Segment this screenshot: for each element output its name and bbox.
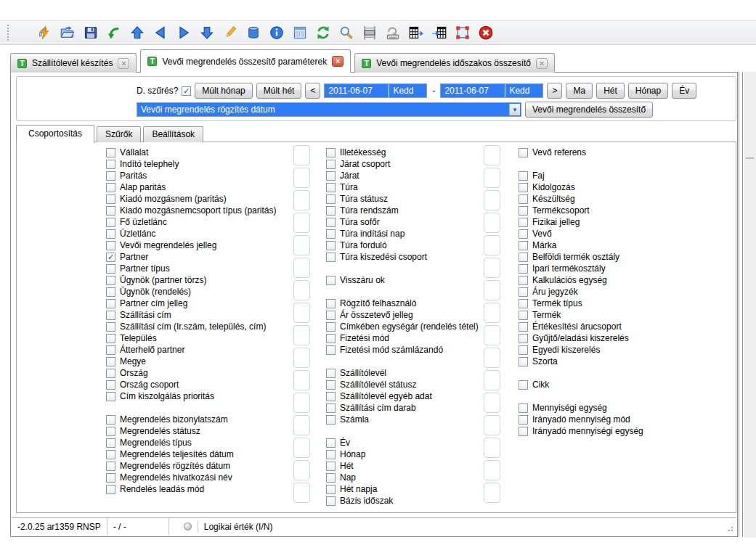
grouping-checkbox-row[interactable]: Egyedi kiszerelés: [519, 344, 643, 356]
splitter-handle[interactable]: [746, 157, 754, 159]
move-last-icon[interactable]: [198, 24, 216, 41]
date-to-weekday[interactable]: Kedd: [505, 84, 542, 97]
grouping-checkbox-row[interactable]: Megrendelés státusz: [106, 425, 276, 437]
checkbox[interactable]: [326, 206, 336, 216]
checkbox[interactable]: [326, 438, 336, 448]
grouping-checkbox-row[interactable]: Partner cím jelleg: [106, 298, 276, 309]
tab-close-icon[interactable]: [536, 58, 548, 69]
checkbox[interactable]: [519, 403, 528, 413]
vertical-splitter[interactable]: [739, 72, 743, 537]
group-order-box[interactable]: [484, 213, 500, 233]
checkbox[interactable]: [106, 380, 115, 390]
group-order-box[interactable]: [484, 325, 500, 345]
date-type-dropdown[interactable]: Vevői megrendelés rögzítés dátum: [137, 102, 521, 117]
month-button[interactable]: Hónap: [628, 83, 668, 99]
checkbox[interactable]: [326, 485, 336, 494]
checkbox[interactable]: [326, 253, 336, 262]
checkbox[interactable]: [106, 334, 115, 343]
checkbox[interactable]: [326, 345, 336, 355]
grouping-checkbox-row[interactable]: Alap paritás: [106, 181, 276, 193]
group-order-box[interactable]: [484, 438, 500, 458]
grouping-checkbox-row[interactable]: ✓Partner: [106, 251, 276, 263]
group-order-box[interactable]: [293, 213, 310, 233]
checkbox[interactable]: [106, 392, 115, 401]
window-icon[interactable]: [291, 24, 309, 41]
checkbox[interactable]: [106, 462, 115, 471]
checkbox[interactable]: [519, 287, 528, 297]
checkbox[interactable]: [326, 299, 336, 308]
grouping-checkbox-row[interactable]: Vállalat: [106, 147, 276, 158]
run-summary-button[interactable]: Vevői megrendelés összesítő: [525, 102, 653, 118]
group-order-box[interactable]: [293, 415, 310, 435]
grouping-checkbox-row[interactable]: Illetékesség: [326, 147, 479, 158]
checkbox[interactable]: [519, 322, 528, 332]
checkbox[interactable]: [519, 380, 528, 390]
grouping-checkbox-row[interactable]: Járat csoport: [326, 158, 479, 170]
checkbox[interactable]: [106, 369, 115, 378]
group-order-box[interactable]: [484, 280, 500, 300]
checkbox[interactable]: [106, 438, 115, 448]
grouping-checkbox-row[interactable]: Márka: [519, 239, 643, 251]
checkbox[interactable]: [519, 276, 528, 285]
checkbox[interactable]: [326, 496, 336, 506]
checkbox[interactable]: [106, 311, 115, 320]
grouping-checkbox-row[interactable]: Ügynök (partner törzs): [106, 274, 276, 286]
grouping-checkbox-row[interactable]: Megrendelés hivatkozási név: [106, 472, 276, 483]
fit-window-icon[interactable]: [454, 24, 471, 41]
grouping-checkbox-row[interactable]: Termék: [519, 309, 643, 321]
info-icon[interactable]: [268, 24, 285, 41]
database-icon[interactable]: [245, 24, 262, 41]
grouping-checkbox-row[interactable]: Kidolgozás: [519, 181, 643, 193]
grouping-checkbox-row[interactable]: Szállítólevél: [326, 367, 479, 379]
tab-beallitasok[interactable]: Beállítások: [143, 126, 203, 142]
date-to-value[interactable]: 2011-06-07: [441, 84, 505, 97]
checkbox[interactable]: [326, 171, 336, 181]
move-previous-icon[interactable]: [152, 24, 169, 41]
resize-grip[interactable]: [726, 525, 733, 532]
grouping-checkbox-row[interactable]: Ipari termékosztály: [519, 263, 643, 274]
grouping-checkbox-row[interactable]: Gyűjtő/eladási kiszerelés: [519, 332, 643, 344]
checkbox[interactable]: [326, 334, 336, 343]
grouping-checkbox-row[interactable]: Termékcsoport: [519, 205, 643, 216]
checkbox[interactable]: [106, 450, 115, 459]
checkbox[interactable]: [519, 171, 528, 181]
checkbox[interactable]: [106, 357, 115, 366]
grouping-checkbox-row[interactable]: Túra rendszám: [326, 205, 479, 216]
connect-icon[interactable]: [36, 24, 53, 41]
refresh-icon[interactable]: [314, 24, 332, 41]
grouping-checkbox-row[interactable]: Év: [326, 437, 479, 448]
checkbox[interactable]: [326, 218, 336, 227]
grouping-checkbox-row[interactable]: Értékesítési árucsoport: [519, 321, 643, 332]
grouping-checkbox-row[interactable]: Rögzítő felhasználó: [326, 298, 479, 309]
checkbox[interactable]: [106, 427, 115, 436]
grouping-checkbox-row[interactable]: Túra forduló: [326, 239, 479, 251]
group-order-box[interactable]: [293, 483, 310, 503]
grouping-checkbox-row[interactable]: Szállítólevél státusz: [326, 379, 479, 390]
checkbox[interactable]: [106, 148, 115, 157]
grouping-checkbox-row[interactable]: Szállítási cím (Ir.szám, település, cím): [106, 321, 276, 332]
checkbox[interactable]: [326, 148, 336, 157]
checkbox[interactable]: [106, 264, 115, 274]
search-icon[interactable]: [338, 24, 355, 41]
checkbox[interactable]: [519, 229, 528, 239]
checkbox[interactable]: [106, 322, 115, 332]
grouping-checkbox-row[interactable]: Rendelés leadás mód: [106, 483, 276, 495]
import-table-icon[interactable]: [431, 24, 448, 41]
checkbox[interactable]: [519, 241, 528, 250]
grouping-checkbox-row[interactable]: Hónap: [326, 448, 479, 460]
checkbox[interactable]: [326, 403, 336, 413]
tab-vevoi-megrendeles-osszesito-parameterek[interactable]: T Vevői megrendelés összesítő paramétere…: [140, 49, 351, 73]
date-from-value[interactable]: 2011-06-07: [325, 84, 389, 97]
grouping-checkbox-row[interactable]: Bázis időszak: [326, 495, 479, 507]
toolbar-grip[interactable]: [7, 25, 9, 41]
checkbox[interactable]: [326, 322, 336, 332]
grouping-checkbox-row[interactable]: Kiadó mozgásnemcsoport típus (paritás): [106, 205, 276, 216]
group-order-box[interactable]: [293, 370, 310, 390]
grouping-checkbox-row[interactable]: Település: [106, 332, 276, 344]
date-from-field[interactable]: 2011-06-07 Kedd: [324, 83, 427, 98]
checkbox[interactable]: [106, 276, 115, 285]
grouping-checkbox-row[interactable]: Partner típus: [106, 263, 276, 274]
grouping-checkbox-row[interactable]: Vevő referens: [519, 147, 643, 158]
grouping-checkbox-row[interactable]: Vevő: [519, 228, 643, 239]
prev-period-button[interactable]: <: [305, 83, 320, 99]
